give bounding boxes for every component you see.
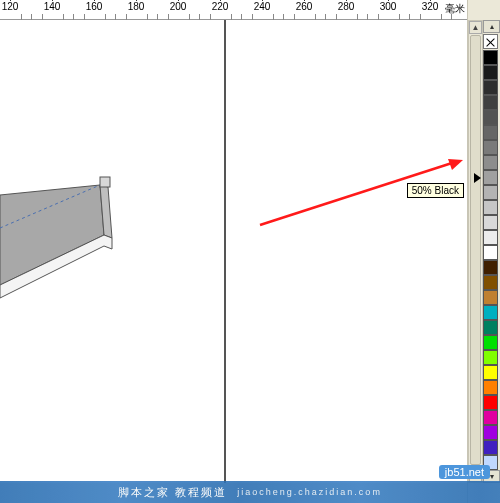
color-tooltip: 50% Black [407, 183, 464, 198]
ruler-label: 180 [127, 1, 146, 12]
swatch-no-fill[interactable] [483, 34, 498, 49]
color-swatch[interactable] [483, 155, 498, 170]
ruler-label: 120 [1, 1, 20, 12]
color-swatch[interactable] [483, 185, 498, 200]
ruler-label: 320 [421, 1, 440, 12]
color-swatch[interactable] [483, 305, 498, 320]
ruler-horizontal: 毫米 120140160180200220240260280300320 [0, 0, 467, 20]
watermark-sub: jiaocheng.chazidian.com [237, 487, 382, 497]
color-swatch[interactable] [483, 395, 498, 410]
color-swatch[interactable] [483, 95, 498, 110]
color-swatch[interactable] [483, 65, 498, 80]
color-swatch[interactable] [483, 215, 498, 230]
ruler-label: 160 [85, 1, 104, 12]
palette-hover-indicator [474, 173, 481, 183]
color-swatch[interactable] [483, 260, 498, 275]
color-swatch[interactable] [483, 290, 498, 305]
ruler-label: 300 [379, 1, 398, 12]
right-panel: ▲ ▼ ▴ ▾ [467, 0, 500, 503]
color-swatch[interactable] [483, 425, 498, 440]
color-swatch[interactable] [483, 350, 498, 365]
color-swatch[interactable] [483, 170, 498, 185]
color-swatch[interactable] [483, 50, 498, 65]
color-swatch[interactable] [483, 230, 498, 245]
color-swatch[interactable] [483, 380, 498, 395]
color-swatch[interactable] [483, 245, 498, 260]
color-swatch[interactable] [483, 110, 498, 125]
color-swatch[interactable] [483, 410, 498, 425]
canvas-area[interactable] [0, 20, 467, 483]
scroll-up-button[interactable]: ▲ [469, 21, 482, 34]
color-swatch[interactable] [483, 320, 498, 335]
ruler-label: 200 [169, 1, 188, 12]
ruler-label: 220 [211, 1, 230, 12]
color-swatch[interactable] [483, 140, 498, 155]
color-swatch[interactable] [483, 125, 498, 140]
color-swatch[interactable] [483, 335, 498, 350]
scroll-thumb[interactable] [470, 35, 481, 465]
color-palette: ▴ ▾ [483, 20, 500, 483]
selection-handle[interactable] [100, 177, 110, 187]
watermark-bar: 脚本之家 教程频道 jiaocheng.chazidian.com [0, 481, 500, 503]
watermark-badge: jb51.net [439, 465, 490, 479]
palette-scroll-up[interactable]: ▴ [483, 20, 500, 33]
ruler-label: 240 [253, 1, 272, 12]
ruler-unit-label: 毫米 [445, 2, 465, 16]
ruler-label: 140 [43, 1, 62, 12]
vertical-scrollbar[interactable]: ▲ ▼ [468, 20, 483, 483]
color-swatch[interactable] [483, 365, 498, 380]
color-swatch[interactable] [483, 200, 498, 215]
ruler-label: 280 [337, 1, 356, 12]
canvas-svg [0, 20, 467, 483]
ruler-label: 260 [295, 1, 314, 12]
watermark-text: 脚本之家 教程频道 [118, 485, 227, 500]
color-swatch[interactable] [483, 275, 498, 290]
color-swatch[interactable] [483, 440, 498, 455]
color-swatch[interactable] [483, 80, 498, 95]
svg-marker-1 [448, 159, 463, 170]
